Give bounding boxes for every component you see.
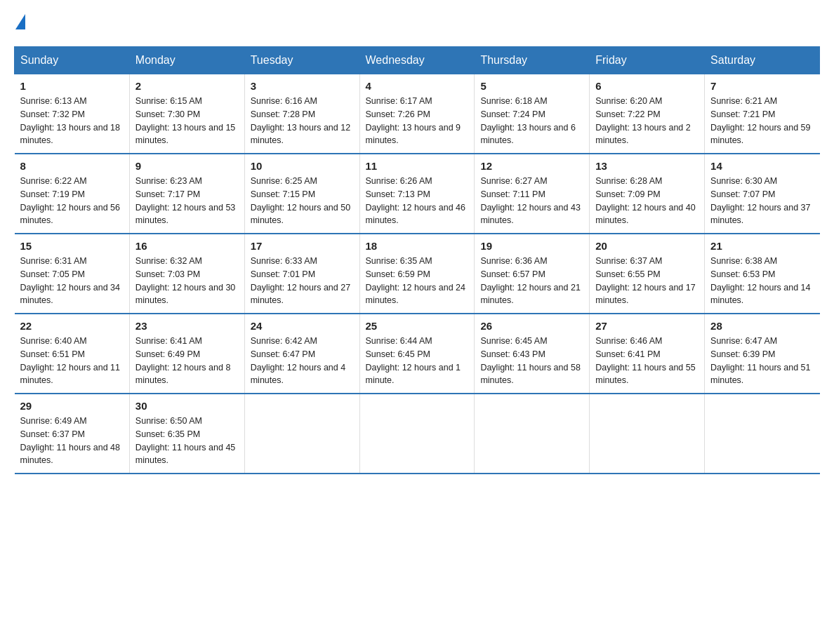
calendar-day-cell: 4 Sunrise: 6:17 AM Sunset: 7:26 PM Dayli… bbox=[359, 74, 475, 154]
calendar-table: SundayMondayTuesdayWednesdayThursdayFrid… bbox=[14, 46, 820, 474]
calendar-week-row: 8 Sunrise: 6:22 AM Sunset: 7:19 PM Dayli… bbox=[15, 154, 820, 234]
calendar-day-cell: 19 Sunrise: 6:36 AM Sunset: 6:57 PM Dayl… bbox=[475, 234, 590, 314]
day-number: 6 bbox=[595, 80, 699, 92]
calendar-day-cell: 23 Sunrise: 6:41 AM Sunset: 6:49 PM Dayl… bbox=[129, 314, 244, 394]
calendar-week-row: 22 Sunrise: 6:40 AM Sunset: 6:51 PM Dayl… bbox=[15, 314, 820, 394]
calendar-day-cell: 22 Sunrise: 6:40 AM Sunset: 6:51 PM Dayl… bbox=[15, 314, 130, 394]
calendar-day-cell: 21 Sunrise: 6:38 AM Sunset: 6:53 PM Dayl… bbox=[705, 234, 820, 314]
calendar-day-cell: 6 Sunrise: 6:20 AM Sunset: 7:22 PM Dayli… bbox=[590, 74, 705, 154]
calendar-day-cell: 24 Sunrise: 6:42 AM Sunset: 6:47 PM Dayl… bbox=[244, 314, 359, 394]
calendar-day-cell bbox=[359, 394, 475, 474]
day-number: 20 bbox=[595, 240, 699, 252]
page-header bbox=[14, 14, 820, 32]
calendar-day-cell: 7 Sunrise: 6:21 AM Sunset: 7:21 PM Dayli… bbox=[705, 74, 820, 154]
day-info: Sunrise: 6:38 AM Sunset: 6:53 PM Dayligh… bbox=[710, 255, 814, 307]
calendar-day-cell: 18 Sunrise: 6:35 AM Sunset: 6:59 PM Dayl… bbox=[359, 234, 475, 314]
day-number: 16 bbox=[135, 240, 239, 252]
calendar-day-cell: 5 Sunrise: 6:18 AM Sunset: 7:24 PM Dayli… bbox=[475, 74, 590, 154]
day-info: Sunrise: 6:44 AM Sunset: 6:45 PM Dayligh… bbox=[366, 335, 469, 387]
calendar-day-cell: 2 Sunrise: 6:15 AM Sunset: 7:30 PM Dayli… bbox=[129, 74, 244, 154]
day-info: Sunrise: 6:45 AM Sunset: 6:43 PM Dayligh… bbox=[480, 335, 583, 387]
day-of-week-header: Friday bbox=[590, 47, 705, 74]
calendar-day-cell bbox=[705, 394, 820, 474]
day-number: 19 bbox=[480, 240, 583, 252]
day-number: 23 bbox=[135, 320, 239, 332]
day-info: Sunrise: 6:18 AM Sunset: 7:24 PM Dayligh… bbox=[480, 95, 583, 147]
calendar-day-cell: 14 Sunrise: 6:30 AM Sunset: 7:07 PM Dayl… bbox=[705, 154, 820, 234]
day-number: 4 bbox=[366, 80, 469, 92]
day-info: Sunrise: 6:21 AM Sunset: 7:21 PM Dayligh… bbox=[710, 95, 814, 147]
day-info: Sunrise: 6:32 AM Sunset: 7:03 PM Dayligh… bbox=[135, 255, 239, 307]
day-number: 22 bbox=[20, 320, 124, 332]
day-info: Sunrise: 6:28 AM Sunset: 7:09 PM Dayligh… bbox=[595, 175, 699, 227]
calendar-day-cell: 8 Sunrise: 6:22 AM Sunset: 7:19 PM Dayli… bbox=[15, 154, 130, 234]
day-number: 10 bbox=[251, 160, 354, 172]
calendar-day-cell: 3 Sunrise: 6:16 AM Sunset: 7:28 PM Dayli… bbox=[244, 74, 359, 154]
day-number: 12 bbox=[480, 160, 583, 172]
day-info: Sunrise: 6:22 AM Sunset: 7:19 PM Dayligh… bbox=[20, 175, 124, 227]
day-number: 25 bbox=[366, 320, 469, 332]
day-of-week-header: Wednesday bbox=[359, 47, 475, 74]
day-number: 3 bbox=[251, 80, 354, 92]
day-info: Sunrise: 6:16 AM Sunset: 7:28 PM Dayligh… bbox=[251, 95, 354, 147]
day-info: Sunrise: 6:46 AM Sunset: 6:41 PM Dayligh… bbox=[595, 335, 699, 387]
day-number: 28 bbox=[710, 320, 814, 332]
day-info: Sunrise: 6:33 AM Sunset: 7:01 PM Dayligh… bbox=[251, 255, 354, 307]
day-number: 26 bbox=[480, 320, 583, 332]
logo bbox=[14, 14, 25, 32]
calendar-day-cell: 16 Sunrise: 6:32 AM Sunset: 7:03 PM Dayl… bbox=[129, 234, 244, 314]
calendar-day-cell: 27 Sunrise: 6:46 AM Sunset: 6:41 PM Dayl… bbox=[590, 314, 705, 394]
day-of-week-header: Thursday bbox=[475, 47, 590, 74]
day-info: Sunrise: 6:26 AM Sunset: 7:13 PM Dayligh… bbox=[366, 175, 469, 227]
day-of-week-header: Monday bbox=[129, 47, 244, 74]
day-info: Sunrise: 6:37 AM Sunset: 6:55 PM Dayligh… bbox=[595, 255, 699, 307]
day-info: Sunrise: 6:35 AM Sunset: 6:59 PM Dayligh… bbox=[366, 255, 469, 307]
calendar-week-row: 29 Sunrise: 6:49 AM Sunset: 6:37 PM Dayl… bbox=[15, 394, 820, 474]
days-header-row: SundayMondayTuesdayWednesdayThursdayFrid… bbox=[15, 47, 820, 74]
calendar-day-cell: 15 Sunrise: 6:31 AM Sunset: 7:05 PM Dayl… bbox=[15, 234, 130, 314]
calendar-day-cell bbox=[590, 394, 705, 474]
calendar-day-cell: 30 Sunrise: 6:50 AM Sunset: 6:35 PM Dayl… bbox=[129, 394, 244, 474]
day-number: 29 bbox=[20, 400, 124, 412]
calendar-day-cell: 1 Sunrise: 6:13 AM Sunset: 7:32 PM Dayli… bbox=[15, 74, 130, 154]
calendar-day-cell: 12 Sunrise: 6:27 AM Sunset: 7:11 PM Dayl… bbox=[475, 154, 590, 234]
day-info: Sunrise: 6:49 AM Sunset: 6:37 PM Dayligh… bbox=[20, 415, 124, 467]
day-info: Sunrise: 6:20 AM Sunset: 7:22 PM Dayligh… bbox=[595, 95, 699, 147]
calendar-day-cell: 28 Sunrise: 6:47 AM Sunset: 6:39 PM Dayl… bbox=[705, 314, 820, 394]
day-info: Sunrise: 6:23 AM Sunset: 7:17 PM Dayligh… bbox=[135, 175, 239, 227]
logo-triangle-icon bbox=[15, 14, 25, 29]
day-of-week-header: Saturday bbox=[705, 47, 820, 74]
day-number: 18 bbox=[366, 240, 469, 252]
day-info: Sunrise: 6:42 AM Sunset: 6:47 PM Dayligh… bbox=[251, 335, 354, 387]
day-info: Sunrise: 6:25 AM Sunset: 7:15 PM Dayligh… bbox=[251, 175, 354, 227]
day-of-week-header: Sunday bbox=[15, 47, 130, 74]
day-info: Sunrise: 6:13 AM Sunset: 7:32 PM Dayligh… bbox=[20, 95, 124, 147]
day-number: 5 bbox=[480, 80, 583, 92]
calendar-day-cell bbox=[244, 394, 359, 474]
day-number: 27 bbox=[595, 320, 699, 332]
day-number: 2 bbox=[135, 80, 239, 92]
day-number: 1 bbox=[20, 80, 124, 92]
day-number: 24 bbox=[251, 320, 354, 332]
day-info: Sunrise: 6:50 AM Sunset: 6:35 PM Dayligh… bbox=[135, 415, 239, 467]
day-info: Sunrise: 6:15 AM Sunset: 7:30 PM Dayligh… bbox=[135, 95, 239, 147]
calendar-week-row: 1 Sunrise: 6:13 AM Sunset: 7:32 PM Dayli… bbox=[15, 74, 820, 154]
calendar-day-cell: 13 Sunrise: 6:28 AM Sunset: 7:09 PM Dayl… bbox=[590, 154, 705, 234]
day-info: Sunrise: 6:36 AM Sunset: 6:57 PM Dayligh… bbox=[480, 255, 583, 307]
day-number: 14 bbox=[710, 160, 814, 172]
calendar-day-cell: 26 Sunrise: 6:45 AM Sunset: 6:43 PM Dayl… bbox=[475, 314, 590, 394]
day-number: 17 bbox=[251, 240, 354, 252]
day-info: Sunrise: 6:40 AM Sunset: 6:51 PM Dayligh… bbox=[20, 335, 124, 387]
calendar-day-cell: 10 Sunrise: 6:25 AM Sunset: 7:15 PM Dayl… bbox=[244, 154, 359, 234]
day-info: Sunrise: 6:17 AM Sunset: 7:26 PM Dayligh… bbox=[366, 95, 469, 147]
calendar-day-cell: 11 Sunrise: 6:26 AM Sunset: 7:13 PM Dayl… bbox=[359, 154, 475, 234]
day-number: 9 bbox=[135, 160, 239, 172]
day-info: Sunrise: 6:41 AM Sunset: 6:49 PM Dayligh… bbox=[135, 335, 239, 387]
calendar-day-cell: 17 Sunrise: 6:33 AM Sunset: 7:01 PM Dayl… bbox=[244, 234, 359, 314]
day-number: 7 bbox=[710, 80, 814, 92]
day-number: 13 bbox=[595, 160, 699, 172]
day-number: 8 bbox=[20, 160, 124, 172]
calendar-day-cell bbox=[475, 394, 590, 474]
day-number: 21 bbox=[710, 240, 814, 252]
calendar-day-cell: 29 Sunrise: 6:49 AM Sunset: 6:37 PM Dayl… bbox=[15, 394, 130, 474]
